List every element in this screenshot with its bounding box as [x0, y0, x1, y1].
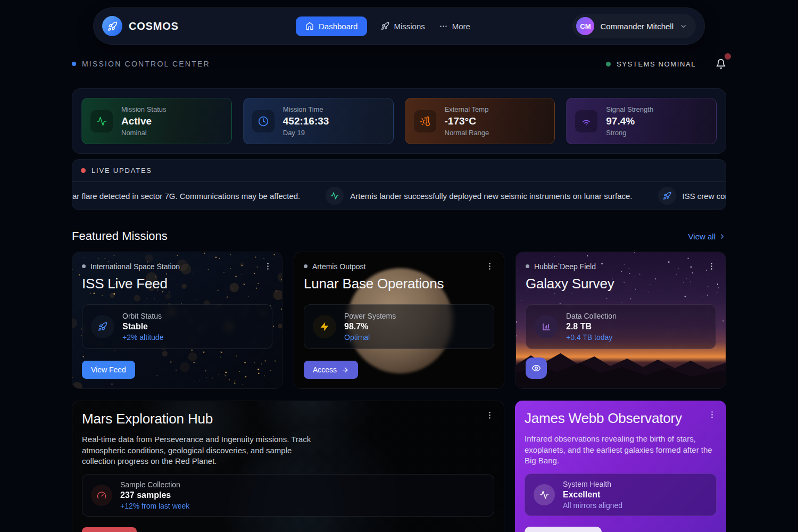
panel-label: Orbit Status — [122, 312, 163, 320]
arrow-right-icon — [341, 366, 349, 374]
orbit-status-panel: Orbit Status Stable +2% altitude — [82, 304, 272, 349]
zap-icon — [313, 315, 336, 338]
panel-value: 98.7% — [344, 322, 396, 331]
mission-card-lunar: Artemis Outpost Lunar Base Operations Po… — [294, 252, 504, 389]
stat-signal-strength: Signal Strength 97.4% Strong — [566, 98, 717, 144]
tab-dashboard[interactable]: Dashboard — [296, 16, 367, 36]
tab-missions-label: Missions — [394, 22, 425, 31]
ticker-item: ISS crew completes critical E — [658, 187, 726, 205]
tag-dot — [82, 264, 86, 268]
mission-tag: International Space Station — [90, 262, 180, 271]
gauge-icon — [91, 485, 112, 506]
tab-missions[interactable]: Missions — [381, 22, 425, 31]
view-discoveries-button[interactable]: View discoveries — [525, 527, 602, 532]
stat-sub: Normal Range — [445, 129, 489, 137]
stats-panel: Mission Status Active Nominal Mission Ti… — [72, 88, 726, 154]
news-ticker: ar flare detected in sector 7G. Communic… — [72, 182, 726, 210]
ticker-text: ISS crew completes critical E — [683, 192, 726, 201]
activity-icon — [90, 110, 113, 132]
panel-accent: +12% from last week — [120, 502, 189, 510]
eye-icon — [531, 363, 541, 373]
tab-more-label: More — [452, 22, 470, 31]
live-updates-panel: LIVE UPDATES ar flare detected in sector… — [72, 159, 726, 210]
access-button[interactable]: Access — [304, 361, 358, 379]
system-status: SYSTEMS NOMINAL — [617, 60, 696, 68]
notifications-bell-icon[interactable] — [716, 59, 726, 69]
nav-links: Dashboard Missions More — [296, 16, 470, 36]
view-all-label: View all — [688, 232, 716, 241]
mission-title: Lunar Base Operations — [304, 276, 494, 292]
panel-value: 237 samples — [120, 491, 189, 500]
panel-label: Data Collection — [566, 312, 617, 320]
tab-more[interactable]: More — [439, 22, 470, 31]
thermometer-icon — [414, 110, 436, 132]
card-description: Infrared observations revealing the birt… — [525, 434, 717, 467]
tag-dot — [526, 264, 529, 268]
stat-label: Signal Strength — [606, 105, 653, 113]
panel-accent: Optimal — [344, 333, 396, 342]
stat-mission-time: Mission Time 452:16:33 Day 19 — [243, 98, 394, 144]
tag-dot — [304, 264, 307, 268]
bar-chart-icon — [535, 315, 558, 338]
top-navbar: COSMOS Dashboard Missions More CM Comman… — [93, 7, 705, 45]
live-updates-title: LIVE UPDATES — [92, 167, 152, 174]
kebab-menu-icon[interactable] — [263, 262, 272, 271]
wifi-icon — [575, 110, 597, 132]
kebab-menu-icon[interactable] — [708, 410, 717, 419]
ticker-text: Artemis lander successfully deployed new… — [350, 192, 632, 201]
button-label: Access — [313, 365, 337, 374]
mars-exploration-card: Mars Exploration Hub Real-time data from… — [72, 401, 504, 532]
data-collection-panel: Data Collection 2.8 TB +0.4 TB today — [526, 304, 716, 349]
panel-value: Stable — [122, 322, 163, 331]
brand: COSMOS — [102, 16, 179, 36]
notification-badge — [725, 53, 731, 60]
kebab-menu-icon[interactable] — [707, 262, 716, 271]
stat-sub: Day 19 — [283, 129, 329, 137]
rocket-icon — [658, 187, 676, 205]
card-title: Mars Exploration Hub — [82, 411, 213, 427]
stat-value: 452:16:33 — [283, 115, 329, 127]
page-header: MISSION CONTROL CENTER SYSTEMS NOMINAL — [72, 59, 726, 69]
chevron-down-icon — [679, 22, 687, 30]
brand-name: COSMOS — [129, 20, 179, 32]
live-dot — [81, 168, 86, 173]
kebab-menu-icon[interactable] — [485, 411, 494, 420]
james-webb-card: James Webb Observatory Infrared observat… — [515, 401, 726, 532]
rocket-logo-icon — [102, 16, 122, 36]
stat-sub: Strong — [606, 129, 653, 137]
section-title: Featured Missions — [72, 229, 168, 243]
stat-label: Mission Status — [121, 105, 167, 113]
stat-mission-status: Mission Status Active Nominal — [81, 98, 232, 144]
stat-value: -173°C — [445, 115, 489, 127]
mission-tag: Hubble Deep Field — [534, 262, 596, 271]
preview-eye-button[interactable] — [526, 358, 547, 379]
view-feed-button[interactable]: View Feed — [82, 361, 135, 379]
stat-value: 97.4% — [606, 115, 653, 127]
panel-accent: +2% altitude — [122, 333, 163, 342]
panel-accent: All mirrors aligned — [563, 501, 622, 510]
user-menu[interactable]: CM Commander Mitchell — [572, 14, 696, 38]
panel-value: Excellent — [563, 490, 622, 500]
stat-label: Mission Time — [283, 105, 329, 113]
ticker-item: Artemis lander successfully deployed new… — [326, 187, 632, 205]
activity-icon — [534, 484, 555, 505]
system-health-panel: System Health Excellent All mirrors alig… — [525, 473, 717, 516]
kebab-menu-icon[interactable] — [485, 262, 494, 271]
panel-label: Sample Collection — [120, 480, 189, 489]
clock-icon — [252, 110, 275, 132]
mission-tag: Artemis Outpost — [312, 262, 365, 271]
panel-value: 2.8 TB — [566, 322, 617, 331]
mission-card-iss: International Space Station ISS Live Fee… — [72, 252, 282, 389]
view-all-link[interactable]: View all — [688, 232, 726, 241]
explore-button[interactable]: Explore — [82, 527, 137, 532]
rocket-icon — [91, 315, 114, 338]
card-title: James Webb Observatory — [525, 410, 682, 427]
mission-card-galaxy: Hubble Deep Field Galaxy Survey Data Col… — [516, 252, 726, 389]
user-name: Commander Mitchell — [600, 22, 674, 31]
button-label: View Feed — [91, 365, 126, 374]
mission-title: Galaxy Survey — [526, 276, 716, 292]
stat-label: External Temp — [445, 105, 489, 113]
rocket-icon — [381, 22, 389, 30]
stat-external-temp: External Temp -173°C Normal Range — [405, 98, 555, 144]
ticker-text: ar flare detected in sector 7G. Communic… — [72, 192, 300, 201]
